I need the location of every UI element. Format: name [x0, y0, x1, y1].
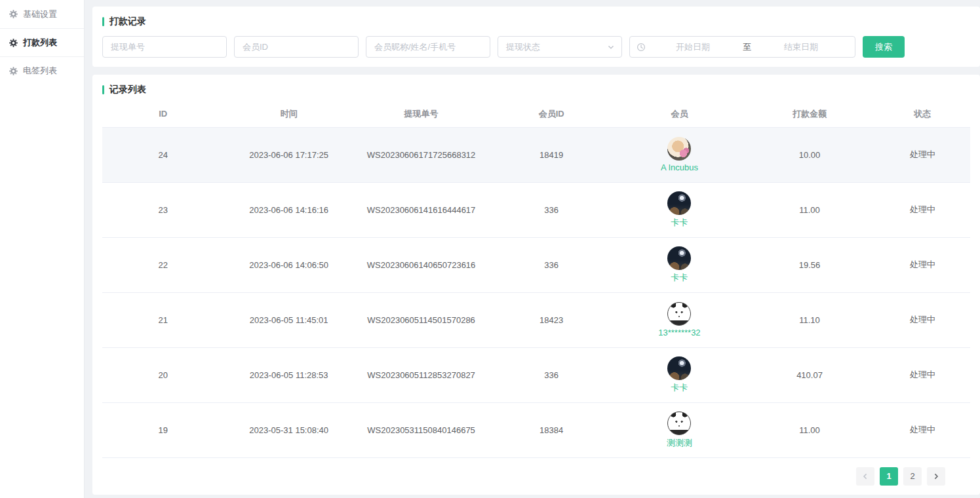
col-header-member-id: 会员ID	[488, 101, 614, 127]
cell-id: 20	[102, 347, 224, 402]
table-row: 19 2023-05-31 15:08:40 WS202305311508401…	[102, 402, 970, 457]
cell-member: 测测测	[614, 402, 745, 457]
member-avatar[interactable]	[667, 356, 691, 380]
sidebar-item-payment-list[interactable]: 打款列表	[0, 28, 84, 56]
sidebar-item-esign-list[interactable]: 电签列表	[0, 56, 84, 85]
col-header-time: 时间	[224, 101, 354, 127]
main-content: 打款记录 提现状态 至	[85, 0, 980, 498]
filter-row: 提现状态 至 搜索	[102, 36, 970, 58]
cell-order-no: WS20230606171725668312	[354, 127, 488, 182]
sidebar-item-label: 基础设置	[23, 9, 57, 20]
cell-member: 13*******32	[614, 292, 745, 347]
cell-order-no: WS20230606141616444617	[354, 182, 488, 237]
cell-member-id: 336	[488, 237, 614, 292]
sidebar-item-label: 打款列表	[23, 37, 57, 48]
member-avatar[interactable]	[667, 302, 691, 326]
member-name-link[interactable]: 卡卡	[671, 272, 688, 284]
status-select-placeholder: 提现状态	[506, 41, 540, 53]
cell-member-id: 336	[488, 182, 614, 237]
cell-order-no: WS20230605114501570286	[354, 292, 488, 347]
clock-icon	[637, 43, 646, 52]
cell-time: 2023-06-05 11:28:53	[224, 347, 354, 402]
prev-page-button[interactable]	[856, 467, 874, 486]
col-header-id: ID	[102, 101, 224, 127]
end-date-input[interactable]	[754, 42, 848, 52]
title-accent-bar	[102, 17, 104, 26]
search-button[interactable]: 搜索	[863, 36, 905, 58]
col-header-member: 会员	[614, 101, 745, 127]
date-range-picker[interactable]: 至	[629, 36, 855, 58]
cell-member-id: 18423	[488, 292, 614, 347]
cell-time: 2023-05-31 15:08:40	[224, 402, 354, 457]
col-header-amount: 打款金额	[745, 101, 875, 127]
col-header-order-no: 提现单号	[354, 101, 488, 127]
cell-status: 处理中	[874, 237, 970, 292]
cell-order-no: WS20230605112853270827	[354, 347, 488, 402]
member-name-link[interactable]: 卡卡	[671, 217, 688, 229]
cell-order-no: WS20230606140650723616	[354, 237, 488, 292]
sidebar: 基础设置 打款列表	[0, 0, 85, 498]
gear-icon	[9, 10, 18, 18]
table-header-row: ID 时间 提现单号 会员ID 会员 打款金额 状态	[102, 101, 970, 127]
cell-status: 处理中	[874, 347, 970, 402]
cell-id: 23	[102, 182, 224, 237]
cell-time: 2023-06-06 17:17:25	[224, 127, 354, 182]
member-id-input[interactable]	[234, 36, 359, 58]
table-row: 22 2023-06-06 14:06:50 WS202306061406507…	[102, 237, 970, 292]
sidebar-item-label: 电签列表	[23, 65, 57, 77]
page-button-2[interactable]: 2	[903, 467, 922, 486]
start-date-input[interactable]	[646, 42, 740, 52]
member-avatar[interactable]	[667, 137, 691, 161]
cell-member: 卡卡	[614, 347, 745, 402]
table-row: 23 2023-06-06 14:16:16 WS202306061416164…	[102, 182, 970, 237]
cell-time: 2023-06-05 11:45:01	[224, 292, 354, 347]
member-info-input[interactable]	[366, 36, 490, 58]
cell-time: 2023-06-06 14:06:50	[224, 237, 354, 292]
member-avatar[interactable]	[667, 246, 691, 270]
table-row: 21 2023-06-05 11:45:01 WS202306051145015…	[102, 292, 970, 347]
cell-amount: 11.00	[745, 402, 875, 457]
records-table: ID 时间 提现单号 会员ID 会员 打款金额 状态 24 2023-06-06…	[102, 101, 970, 458]
cell-amount: 10.00	[745, 127, 875, 182]
cell-status: 处理中	[874, 182, 970, 237]
member-name-link[interactable]: 13*******32	[658, 328, 700, 337]
member-avatar[interactable]	[667, 191, 691, 215]
cell-id: 24	[102, 127, 224, 182]
filter-title-text: 打款记录	[109, 16, 146, 28]
records-tbody: 24 2023-06-06 17:17:25 WS202306061717256…	[102, 127, 970, 457]
page-button-1[interactable]: 1	[880, 467, 898, 486]
cell-status: 处理中	[874, 292, 970, 347]
cell-time: 2023-06-06 14:16:16	[224, 182, 354, 237]
cell-amount: 19.56	[745, 237, 875, 292]
cell-order-no: WS20230531150840146675	[354, 402, 488, 457]
gear-icon	[9, 67, 18, 75]
cell-status: 处理中	[874, 402, 970, 457]
chevron-left-icon	[861, 472, 869, 480]
member-avatar[interactable]	[667, 412, 691, 435]
pagination: 12	[102, 458, 970, 495]
title-accent-bar	[102, 85, 104, 94]
col-header-status: 状态	[874, 101, 970, 127]
records-card: 记录列表 ID 时间 提现单号 会员ID 会员 打款金额 状态 24 20	[92, 75, 980, 495]
sidebar-item-basic-settings[interactable]: 基础设置	[0, 0, 84, 28]
cell-member-id: 336	[488, 347, 614, 402]
chevron-down-icon	[607, 43, 615, 51]
gear-icon	[9, 39, 18, 47]
chevron-right-icon	[932, 472, 940, 480]
cell-amount: 11.10	[745, 292, 875, 347]
cell-id: 21	[102, 292, 224, 347]
status-select[interactable]: 提现状态	[498, 36, 622, 58]
table-row: 24 2023-06-06 17:17:25 WS202306061717256…	[102, 127, 970, 182]
member-name-link[interactable]: A Incubus	[661, 163, 698, 172]
date-separator: 至	[740, 41, 754, 53]
cell-status: 处理中	[874, 127, 970, 182]
cell-member: 卡卡	[614, 237, 745, 292]
member-name-link[interactable]: 测测测	[667, 437, 692, 449]
cell-id: 22	[102, 237, 224, 292]
next-page-button[interactable]	[927, 467, 945, 486]
records-card-title: 记录列表	[102, 84, 970, 96]
filter-card-title: 打款记录	[102, 16, 970, 28]
filter-card: 打款记录 提现状态 至	[92, 7, 980, 67]
member-name-link[interactable]: 卡卡	[671, 382, 688, 394]
order-no-input[interactable]	[102, 36, 227, 58]
